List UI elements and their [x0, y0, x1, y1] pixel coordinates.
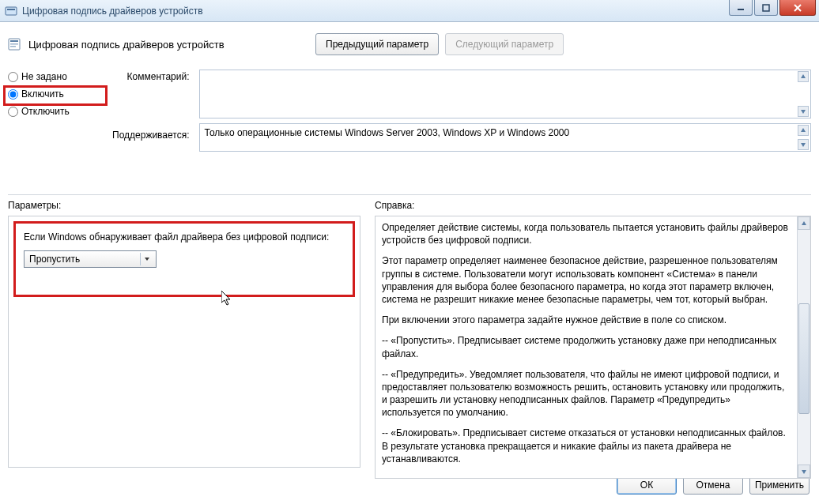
svg-rect-7: [10, 40, 18, 42]
help-paragraph: -- «Блокировать». Предписывает системе о…: [382, 427, 791, 465]
help-paragraph: При включении этого параметра задайте ну…: [382, 314, 791, 326]
vertical-scrollbar[interactable]: [797, 216, 810, 478]
svg-rect-1: [7, 9, 15, 10]
radio-not-configured-input[interactable]: [8, 72, 18, 82]
next-setting-button: Следующий параметр: [445, 33, 564, 55]
help-text: Определяет действие системы, когда польз…: [376, 216, 797, 478]
radio-enabled-input[interactable]: [8, 89, 18, 100]
maximize-button[interactable]: [754, 0, 778, 16]
supported-on-value: Только операционные системы Windows Serv…: [205, 127, 570, 138]
titlebar: Цифровая подпись драйверов устройств: [0, 0, 819, 22]
supported-on-field: Только операционные системы Windows Serv…: [199, 123, 812, 152]
app-icon: [5, 5, 17, 17]
svg-marker-14: [145, 258, 149, 261]
svg-rect-3: [763, 5, 769, 11]
parameters-heading: Параметры:: [8, 200, 360, 211]
radio-disabled-label: Отключить: [21, 106, 70, 117]
help-paragraph: -- «Пропустить». Предписывает системе пр…: [382, 334, 791, 359]
policy-title: Цифровая подпись драйверов устройств: [28, 39, 309, 51]
help-paragraph: Определяет действие системы, когда польз…: [382, 221, 791, 246]
close-button[interactable]: [779, 0, 816, 16]
scroll-up-icon[interactable]: [798, 216, 810, 230]
policy-icon: [8, 37, 22, 51]
section-divider: [8, 194, 811, 195]
supported-label: Поддерживается:: [112, 130, 190, 141]
svg-rect-9: [10, 46, 16, 47]
minimize-button[interactable]: [729, 0, 753, 16]
svg-marker-11: [801, 110, 806, 114]
parameter-prompt: Если Windows обнаруживает файл драйвера …: [24, 231, 345, 243]
highlight-annotation: Если Windows обнаруживает файл драйвера …: [13, 221, 355, 297]
window-title: Цифровая подпись драйверов устройств: [22, 6, 203, 17]
help-paragraph: -- «Предупредить». Уведомляет пользовате…: [382, 368, 791, 419]
help-panel: Определяет действие системы, когда польз…: [375, 216, 811, 479]
previous-setting-button[interactable]: Предыдущий параметр: [315, 33, 439, 55]
radio-disabled[interactable]: Отключить: [8, 106, 103, 117]
comment-label: Комментарий:: [112, 71, 190, 82]
help-paragraph: Этот параметр определяет наименее безопа…: [382, 254, 791, 306]
scroll-down-icon[interactable]: [798, 106, 809, 117]
comment-field[interactable]: [199, 70, 812, 118]
scroll-down-icon[interactable]: [798, 465, 810, 478]
chevron-down-icon: [140, 253, 153, 265]
parameters-panel: Если Windows обнаруживает файл драйвера …: [8, 216, 360, 468]
radio-not-configured-label: Не задано: [21, 71, 67, 82]
scroll-up-icon[interactable]: [798, 71, 809, 82]
svg-marker-16: [802, 470, 806, 474]
action-dropdown[interactable]: Пропустить: [24, 250, 157, 268]
scroll-up-icon[interactable]: [798, 125, 809, 136]
svg-marker-10: [801, 74, 806, 78]
svg-marker-15: [802, 221, 806, 225]
radio-enabled-label: Включить: [21, 88, 64, 100]
policy-header: Цифровая подпись драйверов устройств Пре…: [8, 33, 811, 55]
action-dropdown-value: Пропустить: [29, 254, 80, 265]
radio-not-configured[interactable]: Не задано: [8, 71, 103, 82]
radio-enabled[interactable]: Включить: [8, 88, 103, 100]
svg-rect-0: [6, 7, 17, 15]
scrollbar-thumb[interactable]: [798, 303, 810, 414]
help-heading: Справка:: [375, 200, 811, 211]
svg-rect-8: [10, 43, 18, 45]
svg-marker-13: [801, 143, 806, 147]
radio-disabled-input[interactable]: [8, 107, 18, 117]
svg-marker-12: [801, 128, 806, 132]
scroll-down-icon[interactable]: [798, 139, 809, 150]
